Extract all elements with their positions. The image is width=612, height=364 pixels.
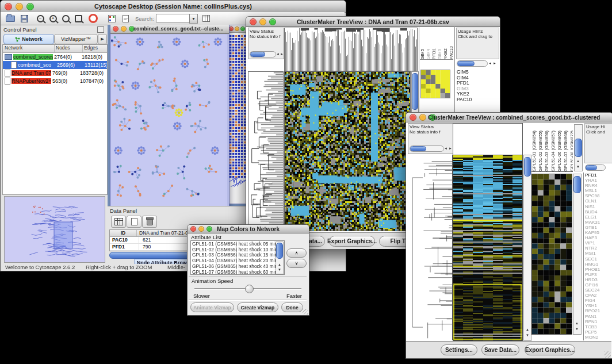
scroll-right-icon[interactable]: ► [493,62,496,65]
column-label[interactable]: GPL51-08 (GSM872) [569,131,573,171]
gene-list-item[interactable]: MSI1 [585,251,612,256]
create-vizmap-button[interactable]: Create Vizmap [237,302,278,312]
gene-list-item[interactable]: HAP3 [585,235,612,240]
open-session-icon[interactable] [4,13,17,24]
tv2-status-hscrollbar[interactable] [410,145,444,152]
tv2-labels-vscrollbar[interactable]: ▲ ▼ [574,124,583,171]
tv2-heatmap-canvas[interactable] [453,155,523,341]
scroll-up-icon[interactable]: ▲ [278,263,281,266]
scroll-right-icon[interactable]: ► [449,147,452,150]
scroll-down-icon[interactable]: ▼ [278,268,281,271]
gene-list-item[interactable]: NTR2 [585,246,612,251]
gene-list-item[interactable]: GIM4 [457,75,497,81]
gene-list-item[interactable]: GTB1 [585,225,612,230]
tv2-left-dendrogram[interactable] [408,155,453,340]
done-button[interactable]: Done [281,302,303,312]
gene-list-item[interactable]: HMG1 [585,262,612,267]
new-attribute-icon[interactable] [127,216,141,228]
tv2-heatmap-vscrollbar[interactable]: ▲ ▼ [523,155,531,341]
gene-list-item[interactable]: PUF3 [585,272,612,277]
gene-list-item[interactable]: RPN1 [585,319,612,324]
column-label[interactable]: PAC10 [449,46,453,59]
zoom-in-icon[interactable]: + [47,13,59,24]
gene-list-item[interactable]: MON2 [585,335,612,340]
network-view-canvas[interactable] [111,35,227,210]
vizmap-icon[interactable] [105,13,118,24]
minimize-icon[interactable] [235,26,239,31]
network-table-row[interactable]: combined_sco2569(6)13112(15) [3,61,107,69]
float-panel-icon[interactable] [97,26,104,33]
column-label[interactable]: GPL51-02 (GSM855) [538,131,543,171]
tv2-zoom-hscrollbar[interactable] [585,164,606,171]
column-label[interactable]: PFD1 [431,48,437,59]
tv1-heatmap-canvas[interactable] [284,71,411,231]
column-label[interactable]: GPL51-03 (GSM856) [544,131,549,171]
gene-list-item[interactable]: YKE2 [457,91,497,97]
tv1-titlebar[interactable]: ClusterMaker TreeView : DNA and Tran 07-… [246,17,500,27]
tv2-zoom-heatmap-canvas[interactable] [531,174,572,335]
gene-list-item[interactable]: SEC1 [585,256,612,262]
search-dropdown-icon[interactable]: ▼ [189,14,198,24]
tab-vizmapper[interactable]: VizMapper™ [54,34,98,44]
tv2-top-dendrogram[interactable] [453,123,523,155]
gene-list-item[interactable]: NIS1 [585,204,612,209]
gene-list-item[interactable]: KAP95 [585,230,612,235]
gene-list-item[interactable]: GIM3 [457,86,497,92]
gene-list-item[interactable]: ELG1 [585,214,612,220]
zoom-window-icon[interactable] [240,26,245,31]
dialog-titlebar[interactable]: Map Colors to Network [188,225,309,233]
zoom-selected-icon[interactable] [72,13,85,24]
slider-thumb[interactable] [245,285,254,293]
resize-grip[interactable] [303,309,308,315]
minimize-icon[interactable] [419,114,426,121]
gene-list-item[interactable]: HRD3 [585,277,612,282]
scroll-left-icon[interactable]: ◄ [488,62,492,65]
column-label[interactable]: GPL51-04 (GSM857) [550,131,556,171]
attribute-listbox[interactable]: GPL51-01 (GSM854) heat shock 05 minGPL51… [190,240,285,275]
export-graphics-button[interactable]: Export Graphics... [329,236,375,247]
gene-list-item[interactable]: GIM5 [457,70,497,75]
tv1-top-dendrogram[interactable] [284,28,418,71]
gene-list-item[interactable]: VIP1 [585,240,612,246]
gene-list-item[interactable]: FIG4 [585,298,612,303]
export-graphics-button[interactable]: Export Graphics... [525,344,575,355]
main-titlebar[interactable]: Cytoscape Desktop (Session Name: collins… [1,1,346,13]
save-session-icon[interactable] [18,13,30,24]
scroll-down-icon[interactable]: ▼ [575,327,579,331]
attribute-list-vscrollbar[interactable]: ▲ ▼ [276,242,284,274]
column-label[interactable]: GIM5 [420,49,425,59]
tv1-left-dendrogram[interactable] [248,71,284,231]
scroll-up-icon[interactable]: ▲ [526,328,529,331]
data-table-icon[interactable] [111,216,126,228]
gene-list-item[interactable]: SEC24 [585,288,612,293]
gene-list-item[interactable]: PHO81 [585,267,612,272]
scroll-left-icon[interactable]: ◄ [444,147,447,150]
move-up-button[interactable]: ∧ [286,248,307,258]
gene-list-item[interactable]: PFD1 [585,173,612,178]
network-table-row[interactable]: RNAPuberNov2+563(0)107847(0) [3,77,107,85]
gene-list-item[interactable]: MAK31 [585,220,612,225]
close-icon[interactable] [229,26,234,31]
column-label[interactable]: GPL51-01 (GSM854) [531,131,537,171]
scroll-down-icon[interactable]: ▼ [526,334,529,337]
move-down-button[interactable]: ∨ [286,259,307,268]
gene-list-item[interactable]: CPA2 [585,293,612,298]
close-icon[interactable] [113,26,118,32]
column-label[interactable]: GIM3 [437,49,442,59]
column-label[interactable]: GIM4 [426,49,431,59]
import-table-icon[interactable] [200,13,212,24]
tab-overflow-button[interactable]: ▶ [98,34,107,44]
gene-list-item[interactable]: YSH1 [585,303,612,308]
gene-list-item[interactable]: PEP5 [585,329,612,335]
resize-grip[interactable] [605,351,611,358]
zoom-fit-icon[interactable] [59,13,72,24]
zoom-out-icon[interactable]: − [34,13,47,24]
tv1-zoom-heatmap-canvas[interactable] [420,70,450,98]
column-label[interactable]: GPL51-07 (GSM868) [563,131,568,171]
gene-list-item[interactable]: RPO21 [585,308,612,313]
gene-list-item[interactable]: RNR4 [585,183,612,188]
scroll-down-icon[interactable]: ▼ [576,165,580,168]
network-table-row[interactable]: DNA and Tran 07769(0)183728(0) [3,69,107,77]
tv1-zoom-hscrollbar[interactable] [457,60,488,67]
gene-list-item[interactable]: MSL1 [585,188,612,193]
